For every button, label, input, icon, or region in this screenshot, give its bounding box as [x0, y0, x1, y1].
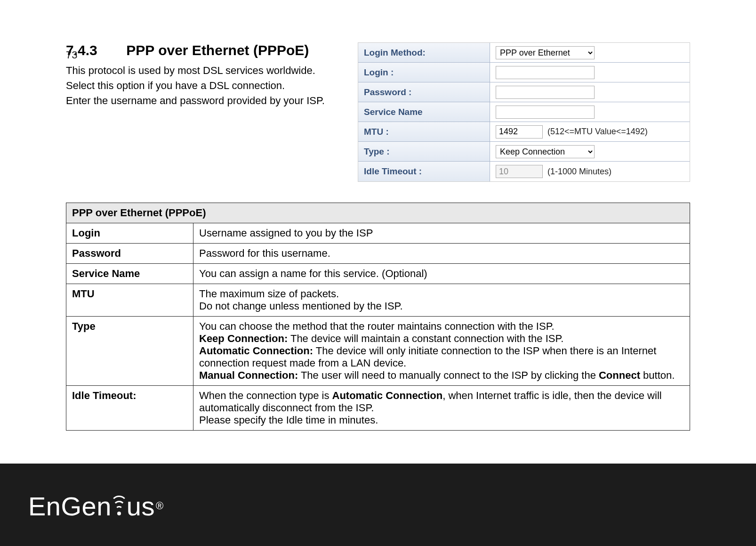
table-row: Password Password for this username. — [66, 244, 690, 264]
login-input[interactable] — [496, 66, 595, 79]
idle-timeout-input — [496, 165, 543, 178]
desc-cell: When the connection type is Automatic Co… — [193, 386, 690, 431]
intro-column: 7.4.3 PPP over Ethernet (PPPoE) This pro… — [66, 42, 344, 108]
desc-bold: Manual Connection: — [199, 369, 298, 381]
section-heading: 7.4.3 PPP over Ethernet (PPPoE) — [66, 42, 344, 58]
login-method-label: Login Method: — [358, 43, 490, 62]
desc-cell: The maximum size of packets. Do not chan… — [193, 284, 690, 317]
table-row: Login Username assigned to you by the IS… — [66, 223, 690, 244]
engenius-logo: EnGen us ® — [28, 491, 164, 522]
mtu-hint: (512<=MTU Value<=1492) — [547, 127, 648, 137]
term-cell: Type — [66, 317, 193, 386]
service-name-input[interactable] — [496, 106, 595, 119]
idle-timeout-hint: (1-1000 Minutes) — [547, 167, 611, 177]
pppoe-form: Login Method: PPP over Ethernet Login : … — [358, 42, 690, 182]
table-row: MTU The maximum size of packets. Do not … — [66, 284, 690, 317]
type-label: Type : — [358, 142, 490, 161]
intro-line: Select this option if you have a DSL con… — [66, 78, 344, 93]
table-row: Idle Timeout: When the connection type i… — [66, 386, 690, 431]
term-cell: MTU — [66, 284, 193, 317]
desc-bold: Automatic Connection — [332, 390, 443, 401]
desc-bold: Keep Connection: — [199, 333, 288, 344]
desc-cell: Username assigned to you by the ISP — [193, 223, 690, 244]
wifi-icon — [111, 494, 128, 518]
desc-bold: Connect — [599, 369, 640, 381]
desc-cell: You can assign a name for this service. … — [193, 264, 690, 284]
term-cell: Idle Timeout: — [66, 386, 193, 431]
page-footer: EnGen us ® — [0, 464, 756, 546]
login-label: Login : — [358, 63, 490, 82]
registered-icon: ® — [156, 500, 164, 512]
password-input[interactable] — [496, 86, 595, 99]
desc-line: The device will maintain a constant conn… — [288, 333, 563, 344]
term-cell: Password — [66, 244, 193, 264]
logo-text: EnGen — [28, 491, 112, 522]
mtu-label: MTU : — [358, 122, 490, 141]
desc-line: Please specify the Idle time in minutes. — [199, 414, 378, 426]
idle-timeout-label: Idle Timeout : — [358, 162, 490, 181]
table-row: Service Name You can assign a name for t… — [66, 264, 690, 284]
logo-text: us — [127, 491, 155, 522]
service-name-label: Service Name — [358, 102, 490, 122]
intro-line: Enter the username and password provided… — [66, 93, 344, 108]
desc-line: When the connection type is — [199, 390, 332, 401]
desc-line: The maximum size of packets. — [199, 288, 339, 300]
type-select[interactable]: Keep Connection — [496, 145, 595, 158]
desc-line: button. — [640, 369, 675, 381]
intro-line: This protocol is used by most DSL servic… — [66, 63, 344, 78]
intro-text: This protocol is used by most DSL servic… — [66, 63, 344, 108]
term-cell: Service Name — [66, 264, 193, 284]
desc-bold: Automatic Connection: — [199, 345, 313, 357]
term-cell: Login — [66, 223, 193, 244]
desc-cell: Password for this username. — [193, 244, 690, 264]
desc-cell: You can choose the method that the route… — [193, 317, 690, 386]
mtu-input[interactable] — [496, 125, 543, 139]
desc-line: Do not change unless mentioned by the IS… — [199, 300, 403, 312]
section-title: PPP over Ethernet (PPPoE) — [126, 42, 309, 58]
description-table: PPP over Ethernet (PPPoE) Login Username… — [66, 203, 690, 431]
page-number: 73 — [66, 49, 77, 61]
table-row: Type You can choose the method that the … — [66, 317, 690, 386]
password-label: Password : — [358, 82, 490, 102]
login-method-select[interactable]: PPP over Ethernet — [496, 46, 595, 59]
desc-line: The user will need to manually connect t… — [298, 369, 599, 381]
table-header: PPP over Ethernet (PPPoE) — [66, 203, 690, 223]
desc-line: You can choose the method that the route… — [199, 320, 555, 332]
